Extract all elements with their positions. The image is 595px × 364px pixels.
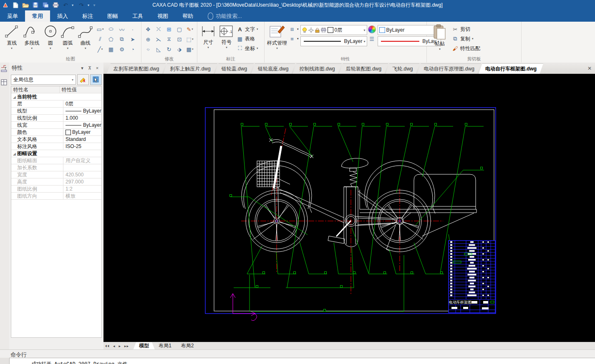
property-row[interactable]: 颜色ByLayer: [11, 129, 101, 136]
delete-tool-icon[interactable]: ▩▾: [185, 44, 195, 54]
property-row[interactable]: 加长系数: [11, 164, 101, 171]
style-manager-button[interactable]: 样式管理▾: [267, 23, 287, 54]
stretch-tool-icon[interactable]: ▢: [174, 24, 184, 34]
linetype-combobox[interactable]: ByLayer▾: [300, 36, 367, 46]
property-row[interactable]: 宽度420.500: [11, 171, 101, 178]
arrow-tool-icon[interactable]: ➤: [128, 34, 138, 44]
block-tool-icon[interactable]: ⧉: [117, 34, 127, 44]
text-tool-button[interactable]: A文字▾: [237, 25, 258, 33]
command-input[interactable]: 成功打开 AutoCAD 2007 Drawing 文件: [9, 358, 595, 364]
offset-tool-icon[interactable]: ⊡: [174, 34, 184, 44]
explode-tool-icon[interactable]: ⬗: [174, 44, 184, 54]
circle-tool-button[interactable]: 圆▾: [43, 23, 58, 54]
property-row[interactable]: 文本风格Standard: [11, 136, 101, 143]
doc-tab-2[interactable]: 链轮盖.dwg: [215, 63, 254, 74]
property-row[interactable]: 图纸方向横放: [11, 193, 101, 200]
property-row[interactable]: 高度297.000: [11, 178, 101, 186]
line-tool-button[interactable]: 直线▾: [3, 23, 21, 54]
command-bar[interactable]: 命令行: [0, 349, 595, 358]
property-row[interactable]: 图纸幅面用户自定义: [11, 157, 101, 164]
properties-panel-tab-icon[interactable]: T: [0, 64, 8, 73]
point-tool-icon[interactable]: ·: [128, 24, 138, 34]
property-row[interactable]: 线型ByLayer: [11, 108, 101, 115]
menu-tab-1[interactable]: 常用: [25, 10, 50, 22]
last-sheet-icon[interactable]: ▸▸: [123, 344, 131, 348]
rotate-tool-icon[interactable]: ↻: [164, 44, 174, 54]
extend-tool-icon[interactable]: ⋋: [154, 34, 164, 44]
curve-tool-button[interactable]: 曲线▾: [78, 23, 93, 54]
layer-tools-button[interactable]: ⧈▾: [289, 25, 299, 33]
gear-tool-icon[interactable]: ⚙: [117, 44, 127, 54]
menu-tab-0[interactable]: 菜单: [0, 10, 25, 22]
polyline-tool-button[interactable]: 多段线▾: [23, 23, 41, 54]
trim-tool-icon[interactable]: ⤬: [154, 24, 164, 34]
panel-pin-icon[interactable]: ⊼: [86, 65, 93, 71]
copy-button[interactable]: ⧉复制▾: [452, 35, 480, 43]
clear-edit-button[interactable]: x: [77, 74, 89, 85]
function-search[interactable]: 功能搜索...: [208, 10, 242, 22]
layer-combobox[interactable]: 0层▾: [300, 25, 367, 35]
doc-tab-7[interactable]: 电动自行车原理图.dwg: [417, 63, 481, 74]
property-row[interactable]: 线宽ByLayer: [11, 122, 101, 129]
tab-close-icon[interactable]: ✕: [587, 65, 592, 71]
pick-object-button[interactable]: [90, 74, 102, 85]
menu-tab-3[interactable]: 标注: [75, 10, 100, 22]
sheet-tab-0[interactable]: 模型: [133, 342, 155, 350]
table-tool-button[interactable]: ▦表格: [237, 35, 258, 43]
color-picker-button[interactable]: [368, 25, 376, 33]
menu-tab-7[interactable]: 帮助: [175, 10, 200, 22]
property-group-header[interactable]: ◢图幅设置: [11, 150, 101, 157]
parallel-tool-icon[interactable]: ⫽: [95, 34, 105, 44]
edit-tool-icon[interactable]: ✎▾: [185, 24, 195, 34]
doc-tab-1[interactable]: 刹车上触压片.dwg: [163, 63, 217, 74]
pie-tool-icon[interactable]: ◔: [128, 44, 138, 54]
panel-close-icon[interactable]: ×: [93, 65, 101, 70]
sheet-tab-2[interactable]: 布局2: [175, 342, 200, 350]
menu-tab-2[interactable]: 插入: [50, 10, 75, 22]
drawing-canvas[interactable]: 电动车框架图: [103, 74, 595, 342]
doc-tab-3[interactable]: 链轮底座.dwg: [251, 63, 295, 74]
lineweight-settings-button[interactable]: ☰: [368, 35, 375, 43]
ellipse-tool-icon[interactable]: ⬭: [106, 24, 116, 34]
hatch-tool-icon[interactable]: ▦: [106, 44, 116, 54]
library-panel-tab-icon[interactable]: [0, 79, 8, 87]
property-row[interactable]: 线型比例1.000: [11, 115, 101, 122]
dimension-button[interactable]: 尺寸▾: [200, 23, 217, 54]
spline-tool-icon[interactable]: 〰: [117, 24, 127, 34]
property-row[interactable]: 图纸比例1:2: [11, 186, 101, 193]
array-tool-icon[interactable]: ⊞: [164, 24, 174, 34]
menu-tab-4[interactable]: 图幅: [100, 10, 125, 22]
doc-tab-6[interactable]: 飞轮.dwg: [386, 63, 419, 74]
coordinate-tool-button[interactable]: ⛶坐标▾: [237, 44, 258, 53]
sheet-tab-1[interactable]: 布局1: [153, 342, 177, 350]
symbol-button[interactable]: .1 符号▾: [218, 23, 235, 54]
prev-sheet-icon[interactable]: ◂: [111, 344, 117, 348]
cut-button[interactable]: ✂剪切: [452, 25, 480, 33]
move-tool-icon[interactable]: ✥: [143, 24, 153, 34]
chamfer-tool-icon[interactable]: ◺: [154, 44, 164, 54]
rotate-copy-tool-icon[interactable]: ⊕: [143, 34, 153, 44]
scale-tool-icon[interactable]: ⬚▾: [185, 34, 195, 44]
mirror-tool-icon[interactable]: ⧖: [164, 34, 174, 44]
property-row[interactable]: 层0层: [11, 100, 101, 108]
doc-tab-4[interactable]: 控制线路图.dwg: [292, 63, 341, 74]
match-properties-button[interactable]: 🖌特性匹配: [452, 44, 480, 53]
doc-tab-5[interactable]: 后轮装配图.dwg: [339, 63, 388, 74]
panel-dropdown-icon[interactable]: ▾: [78, 65, 86, 71]
doc-tab-8[interactable]: 电动自行车框架图.dwg: [479, 63, 543, 74]
property-group-header[interactable]: ◢当前特性: [11, 93, 101, 100]
next-sheet-icon[interactable]: ▸: [117, 344, 123, 348]
fillet-tool-icon[interactable]: ⌔: [143, 44, 153, 54]
axis-line-tool-icon[interactable]: ╱▾: [95, 44, 105, 54]
menu-tab-5[interactable]: 工具: [125, 10, 150, 22]
linetype-tools-button[interactable]: ≡▾: [289, 35, 299, 43]
arc-tool-button[interactable]: 圆弧▾: [60, 23, 76, 54]
first-sheet-icon[interactable]: ⏴⏴: [103, 344, 111, 349]
paste-button[interactable]: 粘贴▾: [429, 23, 450, 54]
scope-combobox[interactable]: 全局信息▾: [11, 75, 76, 85]
property-row[interactable]: 标注风格ISO-25: [11, 143, 101, 150]
polygon-tool-icon[interactable]: ⬠: [106, 34, 116, 44]
menu-tab-6[interactable]: 视图: [150, 10, 175, 22]
rectangle-tool-icon[interactable]: ▭▾: [95, 24, 105, 34]
doc-tab-0[interactable]: 左刹车把装配图.dwg: [107, 63, 166, 74]
